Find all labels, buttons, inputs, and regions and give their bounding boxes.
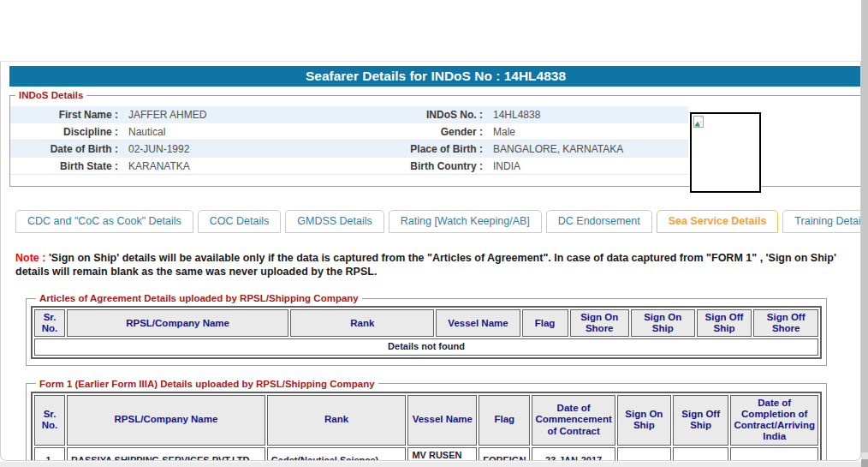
column-header: Sign Off Ship <box>697 309 752 337</box>
table-header-row: Sr. No. RPSL/Company Name Rank Vessel Na… <box>34 395 818 446</box>
tab-training-details[interactable]: Training Details <box>782 210 861 233</box>
field-label: INDoS No. : <box>354 106 488 123</box>
column-header: Date of Commencement of Contract <box>532 395 615 446</box>
indos-row: First Name : JAFFER AHMED INDoS No. : 14… <box>10 106 688 123</box>
field-value: 02-JUN-1992 <box>123 141 354 158</box>
column-header: Sign Off Shore <box>753 309 818 337</box>
page-background-strip <box>0 462 861 467</box>
indos-details-fieldset: INDoS Details First Name : JAFFER AHMED … <box>9 90 861 187</box>
column-header: Rank <box>267 395 407 446</box>
cell-rank: Cadet(Nautical Science) <box>267 447 407 462</box>
column-header: Sr. No. <box>34 395 65 446</box>
form1-fieldset: Form 1 (Earlier Form IIIA) Details uploa… <box>26 379 827 461</box>
details-not-found-message: Details not found <box>34 338 818 355</box>
tab-gmdss-details[interactable]: GMDSS Details <box>285 210 384 233</box>
field-value: 14HL4838 <box>488 106 688 123</box>
column-header: Flag <box>479 395 530 446</box>
indos-row: Birth State : KARANATKA Birth Country : … <box>10 158 688 175</box>
column-header: Vessel Name <box>407 395 477 446</box>
tab-coc-details[interactable]: COC Details <box>198 210 281 233</box>
field-label: Discipline : <box>10 123 123 141</box>
field-value: Male <box>488 123 688 141</box>
vertical-scrollbar-corner <box>861 459 868 467</box>
tab-rating-watch-keeping-ab[interactable]: Rating [Watch Keeping/AB] <box>389 210 542 233</box>
articles-of-agreement-table: Sr. No. RPSL/Company Name Rank Vessel Na… <box>31 306 822 359</box>
seafarer-photo-placeholder <box>690 112 761 193</box>
indos-details-grid: First Name : JAFFER AHMED INDoS No. : 14… <box>10 106 688 175</box>
tab-dc-endorsement[interactable]: DC Endorsement <box>546 210 652 233</box>
column-header: Sign On Ship <box>631 309 695 337</box>
indos-row: Discipline : Nautical Gender : Male <box>10 123 688 141</box>
field-value: JAFFER AHMED <box>123 106 354 123</box>
table-header-row: Sr. No. RPSL/Company Name Rank Vessel Na… <box>34 309 818 337</box>
cell-company-name: RASSIYA SHIPPING SERVICES PVT.LTD. <box>67 447 265 462</box>
details-tabs: CDC and "CoC as Cook" Details COC Detail… <box>15 210 860 233</box>
page-title: Seafarer Details for INDoS No : 14HL4838 <box>9 66 861 87</box>
indos-details-legend: INDoS Details <box>15 90 86 100</box>
field-label: First Name : <box>10 106 123 123</box>
column-header: Sign On Ship <box>617 395 671 446</box>
column-header: Date of Completion of Contract/Arriving … <box>730 395 818 446</box>
note-prefix: Note : <box>15 252 45 264</box>
table-row: 1. RASSIYA SHIPPING SERVICES PVT.LTD. Ca… <box>34 447 818 462</box>
column-header: Flag <box>522 309 568 337</box>
column-header: Sign On Shore <box>570 309 629 337</box>
broken-image-icon <box>693 116 705 128</box>
tab-sea-service-details[interactable]: Sea Service Details <box>657 210 779 233</box>
field-value: Nautical <box>123 123 354 141</box>
form1-table: Sr. No. RPSL/Company Name Rank Vessel Na… <box>31 392 822 461</box>
cell-sr-no: 1. <box>34 447 65 462</box>
field-value: KARANATKA <box>123 158 354 175</box>
field-label: Birth Country : <box>354 158 488 175</box>
column-header: Rank <box>290 309 434 337</box>
tab-cdc-coc-cook-details[interactable]: CDC and "CoC as Cook" Details <box>15 210 193 233</box>
table-row: Details not found <box>34 338 818 355</box>
content-panel: Seafarer Details for INDoS No : 14HL4838… <box>0 61 861 461</box>
vertical-scrollbar-thumb[interactable] <box>861 0 868 452</box>
sign-on-ship-note: Note : 'Sign on Ship' details will be av… <box>15 251 847 278</box>
column-header: RPSL/Company Name <box>67 395 265 446</box>
field-label: Birth State : <box>10 158 123 175</box>
cell-sign-on-ship <box>617 447 671 462</box>
cell-vessel-name: MV RUSEN METE <box>407 447 477 462</box>
field-value: BANGALORE, KARNATAKA <box>488 141 688 158</box>
field-label: Place of Birth : <box>354 141 488 158</box>
field-value: INDIA <box>488 158 688 175</box>
column-header: Vessel Name <box>436 309 520 337</box>
field-label: Date of Birth : <box>10 141 123 158</box>
form1-legend: Form 1 (Earlier Form IIIA) Details uploa… <box>36 379 378 389</box>
cell-sign-off-ship <box>673 447 729 462</box>
column-header: Sr. No. <box>34 309 65 337</box>
column-header: RPSL/Company Name <box>67 309 288 337</box>
cell-completion-date <box>730 447 818 462</box>
articles-of-agreement-fieldset: Articles of Agreement Details uploaded b… <box>26 293 827 366</box>
column-header: Sign Off Ship <box>673 395 729 446</box>
articles-of-agreement-legend: Articles of Agreement Details uploaded b… <box>36 293 362 303</box>
note-text: 'Sign on Ship' details will be available… <box>15 252 836 278</box>
indos-row: Date of Birth : 02-JUN-1992 Place of Bir… <box>10 141 688 158</box>
field-label: Gender : <box>354 123 488 141</box>
cell-commencement-date: 23-JAN-2017 <box>532 447 615 462</box>
vertical-scrollbar[interactable] <box>861 0 868 467</box>
cell-flag: FOREIGN <box>479 447 530 462</box>
